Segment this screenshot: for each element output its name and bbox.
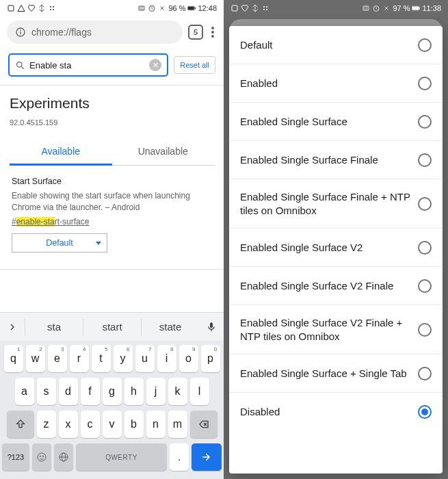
key-w[interactable]: w2 bbox=[26, 345, 45, 372]
reset-all-button[interactable]: Reset all bbox=[174, 56, 215, 74]
key-a[interactable]: a bbox=[15, 378, 34, 405]
option-row[interactable]: Enabled Single Surface V2 Finale + NTP t… bbox=[229, 305, 443, 354]
option-label: Enabled Single Surface Finale + NTP tile… bbox=[240, 190, 418, 217]
option-row[interactable]: Enabled bbox=[229, 64, 443, 103]
svg-point-14 bbox=[38, 453, 46, 461]
svg-rect-0 bbox=[8, 5, 14, 11]
shift-key[interactable] bbox=[7, 411, 34, 438]
suggestion[interactable]: start bbox=[83, 318, 141, 336]
menu-button[interactable] bbox=[209, 24, 217, 40]
tab-unavailable[interactable]: Unavailable bbox=[112, 139, 215, 165]
key-l[interactable]: l bbox=[190, 378, 209, 405]
tab-switcher[interactable]: 5 bbox=[188, 25, 203, 40]
flag-dropdown[interactable]: Default bbox=[12, 233, 107, 253]
key-v[interactable]: v bbox=[103, 411, 122, 438]
option-label: Enabled Single Surface V2 bbox=[240, 241, 369, 255]
key-b[interactable]: b bbox=[124, 411, 144, 438]
search-icon bbox=[15, 60, 25, 70]
svg-point-1 bbox=[50, 6, 51, 8]
option-row[interactable]: Enabled Single Surface Finale + NTP tile… bbox=[229, 179, 443, 229]
search-field[interactable] bbox=[29, 60, 145, 70]
flag-title: Start Surface bbox=[12, 177, 212, 186]
svg-rect-8 bbox=[188, 7, 194, 10]
flag-id: #enable-start-surface bbox=[12, 217, 212, 226]
svg-point-3 bbox=[50, 9, 51, 10]
svg-rect-19 bbox=[232, 5, 237, 11]
key-m[interactable]: m bbox=[168, 411, 187, 438]
language-key[interactable] bbox=[54, 443, 73, 471]
clock: 11:38 bbox=[422, 4, 441, 12]
period-key[interactable]: . bbox=[170, 443, 189, 471]
key-f[interactable]: f bbox=[81, 378, 100, 405]
address-bar[interactable]: chrome://flags bbox=[7, 21, 183, 44]
backspace-key[interactable] bbox=[190, 411, 218, 438]
chevron-right-icon[interactable] bbox=[0, 322, 25, 333]
svg-point-16 bbox=[42, 456, 43, 456]
radio-icon[interactable] bbox=[418, 38, 432, 52]
flag-options-dialog: DefaultEnabledEnabled Single SurfaceEnab… bbox=[229, 26, 443, 474]
radio-icon[interactable] bbox=[418, 323, 432, 337]
option-label: Default bbox=[240, 38, 280, 52]
symbols-key[interactable]: ?123 bbox=[2, 443, 29, 471]
enter-key[interactable] bbox=[192, 443, 222, 471]
suggestion[interactable]: sta bbox=[25, 318, 83, 336]
emoji-key[interactable] bbox=[32, 443, 51, 471]
key-x[interactable]: x bbox=[59, 411, 78, 438]
option-row[interactable]: Enabled Single Surface V2 Finale bbox=[229, 267, 443, 305]
clear-search-icon[interactable]: ✕ bbox=[149, 59, 161, 71]
right-screenshot: 97 % 11:38 chrome://flags DefaultEnabled… bbox=[224, 0, 448, 479]
radio-icon[interactable] bbox=[418, 279, 432, 293]
key-t[interactable]: t5 bbox=[92, 345, 111, 372]
clock: 12:48 bbox=[198, 4, 217, 12]
svg-point-22 bbox=[263, 9, 265, 10]
key-c[interactable]: c bbox=[81, 411, 100, 438]
key-q[interactable]: q1 bbox=[4, 345, 23, 372]
suggestion-bar: sta start state bbox=[0, 312, 224, 341]
radio-icon[interactable] bbox=[418, 77, 432, 90]
option-row[interactable]: Enabled Single Surface Finale bbox=[229, 141, 443, 179]
suggestion[interactable]: state bbox=[141, 318, 199, 336]
tab-available[interactable]: Available bbox=[10, 139, 112, 166]
key-d[interactable]: d bbox=[59, 378, 78, 405]
mic-icon[interactable] bbox=[199, 322, 224, 333]
key-s[interactable]: s bbox=[37, 378, 56, 405]
key-i[interactable]: i8 bbox=[157, 345, 176, 372]
option-row[interactable]: Enabled Single Surface + Single Tab bbox=[229, 354, 443, 393]
option-row[interactable]: Enabled Single Surface bbox=[229, 103, 443, 141]
radio-icon[interactable] bbox=[418, 115, 432, 129]
key-r[interactable]: r4 bbox=[70, 345, 89, 372]
status-bar: 97 % 11:38 bbox=[224, 0, 448, 16]
key-z[interactable]: z bbox=[37, 411, 56, 438]
flag-description: Enable showing the start surface when la… bbox=[12, 190, 212, 213]
browser-toolbar: chrome://flags 5 bbox=[0, 16, 224, 48]
radio-icon[interactable] bbox=[418, 153, 432, 167]
option-row[interactable]: Enabled Single Surface V2 bbox=[229, 229, 443, 267]
key-u[interactable]: u7 bbox=[135, 345, 155, 372]
key-h[interactable]: h bbox=[124, 378, 144, 405]
option-row[interactable]: Default bbox=[229, 26, 443, 64]
svg-point-23 bbox=[266, 9, 267, 10]
radio-icon[interactable] bbox=[418, 197, 432, 211]
flags-search-input[interactable]: ✕ bbox=[8, 53, 168, 77]
flag-tabs: Available Unavailable bbox=[10, 139, 214, 166]
version-text: 92.0.4515.159 bbox=[10, 118, 214, 127]
key-g[interactable]: g bbox=[103, 378, 122, 405]
key-y[interactable]: y6 bbox=[114, 345, 133, 372]
key-p[interactable]: p0 bbox=[201, 345, 220, 372]
key-e[interactable]: e3 bbox=[48, 345, 67, 372]
radio-icon[interactable] bbox=[418, 241, 432, 255]
svg-rect-28 bbox=[420, 8, 421, 10]
radio-icon[interactable] bbox=[418, 367, 432, 380]
key-j[interactable]: j bbox=[146, 378, 166, 405]
radio-icon[interactable] bbox=[418, 405, 432, 419]
option-label: Enabled Single Surface V2 Finale + NTP t… bbox=[240, 316, 418, 343]
option-row[interactable]: Disabled bbox=[229, 393, 443, 431]
key-o[interactable]: o9 bbox=[179, 345, 198, 372]
key-n[interactable]: n bbox=[146, 411, 166, 438]
space-key[interactable]: QWERTY bbox=[76, 443, 167, 471]
status-bar: 96 % 12:48 bbox=[0, 0, 224, 16]
option-label: Enabled Single Surface Finale bbox=[240, 153, 385, 167]
svg-point-4 bbox=[53, 9, 54, 10]
page-title: Experiments bbox=[10, 95, 214, 112]
key-k[interactable]: k bbox=[168, 378, 187, 405]
